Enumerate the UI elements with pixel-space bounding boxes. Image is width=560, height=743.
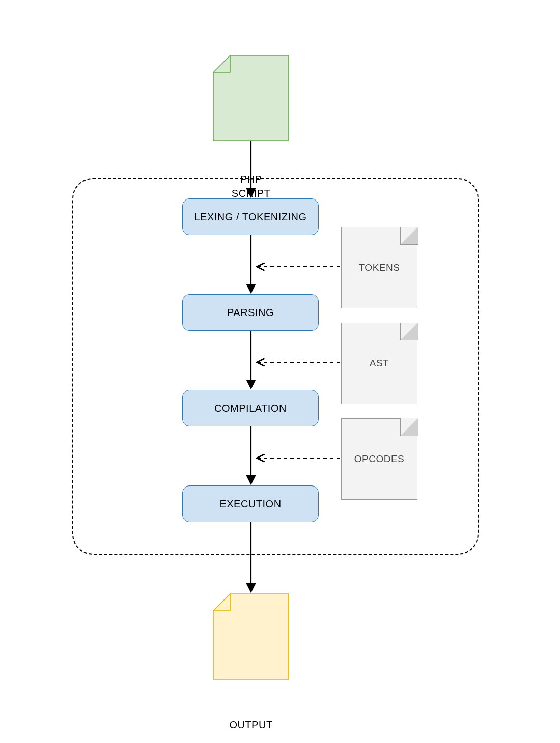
artifact-opcodes-label: OPCODES	[354, 453, 405, 465]
artifact-tokens: TOKENS	[341, 227, 417, 308]
php-script-doc: PHP SCRIPT	[213, 55, 289, 141]
stage-lexing-label: LEXING / TOKENIZING	[194, 211, 306, 223]
stage-parsing-label: PARSING	[227, 307, 274, 319]
artifact-opcodes: OPCODES	[341, 418, 417, 500]
artifact-ast-label: AST	[370, 358, 389, 369]
stage-lexing: LEXING / TOKENIZING	[182, 198, 319, 235]
stage-compilation-label: COMPILATION	[214, 403, 287, 414]
diagram-canvas: PHP SCRIPT LEXING / TOKENIZING PARSING C…	[0, 0, 560, 743]
stage-compilation: COMPILATION	[182, 390, 319, 426]
artifact-tokens-label: TOKENS	[359, 262, 400, 273]
output-doc: OUTPUT	[213, 593, 289, 680]
stage-execution: EXECUTION	[182, 485, 319, 522]
artifact-ast: AST	[341, 323, 417, 404]
stage-parsing: PARSING	[182, 294, 319, 331]
output-label: OUTPUT	[229, 718, 272, 732]
stage-execution-label: EXECUTION	[219, 498, 281, 510]
